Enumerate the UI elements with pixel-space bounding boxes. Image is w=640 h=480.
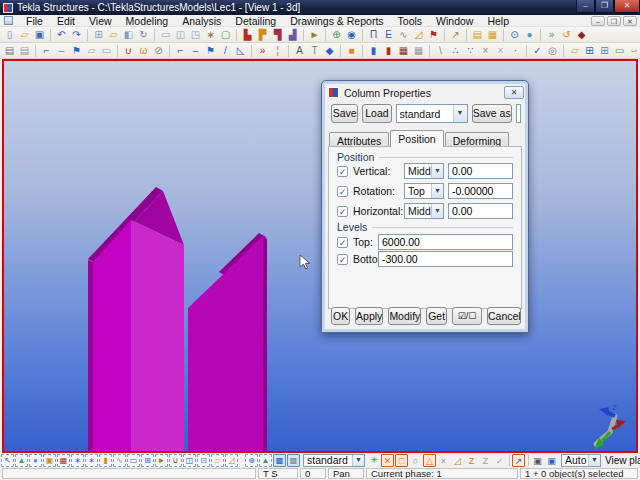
paste-icon[interactable]: ◧ [121, 28, 136, 42]
report-icon[interactable]: ▤ [470, 28, 485, 42]
steel-polybeam-icon[interactable]: ⚑ [69, 44, 84, 58]
select-plane-icon[interactable]: ▭ [127, 454, 140, 467]
view-3d-icon[interactable]: ◳ [188, 28, 203, 42]
bottom-level-checkbox[interactable]: ✓ [337, 254, 348, 265]
model-viewport[interactable]: Z [2, 59, 638, 453]
chevron-down-icon[interactable]: ▼ [431, 184, 443, 198]
select-component-icon[interactable]: ▲ [15, 454, 28, 467]
create-beam-icon[interactable]: ▙ [240, 28, 255, 42]
rotation-checkbox[interactable]: ✓ [337, 186, 348, 197]
dialog-close-icon[interactable]: ✕ [504, 86, 524, 99]
spline-icon[interactable]: ∿ [396, 28, 411, 42]
menu-help[interactable]: Help [480, 15, 516, 27]
component-catalog-icon[interactable]: ⊕ [329, 28, 344, 42]
tab-attributes[interactable]: Attributes [329, 132, 389, 147]
steel-beam-icon[interactable]: ⌐ [39, 44, 54, 58]
select-view-icon[interactable]: ⊞ [141, 454, 154, 467]
select-phase-icon[interactable]: ⊟ [197, 454, 210, 467]
modify-button[interactable]: Modify [388, 307, 421, 325]
numbering-icon[interactable]: ▦ [485, 28, 500, 42]
target-icon[interactable]: ◎ [545, 44, 560, 58]
doc-gray-icon[interactable]: ▤ [2, 44, 17, 58]
check-tool-icon[interactable]: ✓ [530, 44, 545, 58]
fast-forward-icon[interactable]: » [544, 28, 559, 42]
doc-gray2-icon[interactable]: ▤ [17, 44, 32, 58]
plane-view-icon[interactable]: ▣ [531, 454, 544, 467]
save-icon[interactable]: ▣ [32, 28, 47, 42]
text-tool-icon[interactable]: A [292, 44, 307, 58]
ortho-icon[interactable]: ↗ [512, 454, 525, 467]
chevron-down-icon[interactable]: ▼ [352, 455, 364, 466]
snap-intersection-icon[interactable]: × [437, 454, 450, 467]
grid-pair-icon[interactable]: ⊞ [582, 44, 597, 58]
tab-deforming[interactable]: Deforming [445, 132, 509, 147]
rebar-group-icon[interactable]: ¦ [270, 44, 285, 58]
select-components-switch-icon[interactable]: ⊕ [245, 454, 258, 467]
refresh-icon[interactable]: ↺ [559, 28, 574, 42]
snap-nearest-icon[interactable]: ○ [409, 454, 422, 467]
cancel-button[interactable]: Cancel [487, 307, 521, 325]
snap-extension-icon[interactable]: ◿ [451, 454, 464, 467]
select-point-icon[interactable]: ● [29, 454, 42, 467]
select-chamfer-icon[interactable]: ◿ [225, 454, 238, 467]
copy-special-icon[interactable]: ▱ [106, 28, 121, 42]
filter-globe-icon[interactable]: ✳ [367, 454, 381, 467]
measure-icon[interactable]: ↗ [448, 28, 463, 42]
view-window-icon[interactable]: ▭ [158, 28, 173, 42]
save-as-button[interactable]: Save as [472, 104, 513, 123]
ok-button[interactable]: OK [331, 307, 350, 325]
rebar-icon[interactable]: » [255, 44, 270, 58]
move-icon[interactable]: ↻ [136, 28, 151, 42]
menu-edit[interactable]: Edit [50, 15, 82, 27]
title-bar[interactable]: Tekla Structures - C:\TeklaStructuresMod… [0, 0, 640, 15]
create-plate-icon[interactable]: ▜ [270, 28, 285, 42]
select-plate2-icon[interactable]: ▱ [211, 454, 224, 467]
point-icon[interactable]: ◆ [322, 44, 337, 58]
line-tool-icon[interactable]: \ [433, 44, 448, 58]
save-button[interactable]: Save [331, 104, 358, 123]
menu-window[interactable]: Window [429, 15, 480, 27]
vertical-dropdown[interactable]: Middle ▼ [404, 163, 444, 179]
pin-red-icon[interactable]: ▮ [381, 44, 396, 58]
menu-modeling[interactable]: Modeling [119, 15, 176, 27]
save-as-input[interactable] [516, 104, 521, 123]
close-button[interactable]: ✕ [614, 0, 640, 13]
bottom-level-input[interactable] [378, 251, 513, 267]
undo-icon[interactable]: ↶ [54, 28, 69, 42]
select-surface-icon[interactable]: ▦ [57, 454, 70, 467]
mdi-child-icon[interactable] [4, 16, 13, 25]
snap-reference-icon[interactable]: ✕ [381, 454, 394, 467]
dialog-title-bar[interactable]: Column Properties ✕ [326, 84, 524, 101]
open-model-icon[interactable]: ▱ [17, 28, 32, 42]
horizontal-dropdown[interactable]: Middle ▼ [404, 203, 444, 219]
create-column-icon[interactable]: ▛ [255, 28, 270, 42]
image-icon[interactable]: ▦ [396, 44, 411, 58]
hand-icon[interactable]: ∽ [627, 44, 640, 58]
plane-view2-icon[interactable]: ▣ [545, 454, 558, 467]
folder2-icon[interactable]: ▱ [567, 44, 582, 58]
toggle-switches-button[interactable]: ☑/☐ [452, 307, 482, 325]
mdi-close-button[interactable]: ✕ [623, 16, 637, 26]
select-assemblies-switch-icon[interactable]: ▲ [259, 454, 272, 467]
vertical-checkbox[interactable]: ✓ [337, 166, 348, 177]
tab-position[interactable]: Position [390, 130, 443, 147]
weld-icon[interactable]: ω [136, 44, 151, 58]
vertical-input[interactable] [448, 163, 513, 179]
load-button[interactable]: Load [362, 104, 391, 123]
auto-connection-icon[interactable]: ◉ [344, 28, 359, 42]
images-icon[interactable]: ▦ [411, 44, 426, 58]
selection-filter-dropdown[interactable]: standard ▼ [303, 454, 365, 467]
globe-icon[interactable]: ● [522, 28, 537, 42]
points-line-icon[interactable]: ∴ [448, 44, 463, 58]
points-cross2-icon[interactable]: × [493, 44, 508, 58]
select-part-icon[interactable]: ▣ [43, 454, 56, 467]
profile-dropdown[interactable]: standard ▼ [396, 104, 468, 123]
view-filter-icon[interactable]: ▢ [218, 28, 233, 42]
grid-pair2-icon[interactable]: ⊞ [597, 44, 612, 58]
concrete-line-icon[interactable]: – [188, 44, 203, 58]
concrete-beam-icon[interactable]: ⌐ [173, 44, 188, 58]
no-weld-icon[interactable]: ⊘ [151, 44, 166, 58]
select-filter-switch-icon[interactable]: ▩ [287, 454, 300, 467]
points-arc-icon[interactable]: ∵ [463, 44, 478, 58]
chevron-down-icon[interactable]: ▼ [431, 204, 443, 218]
